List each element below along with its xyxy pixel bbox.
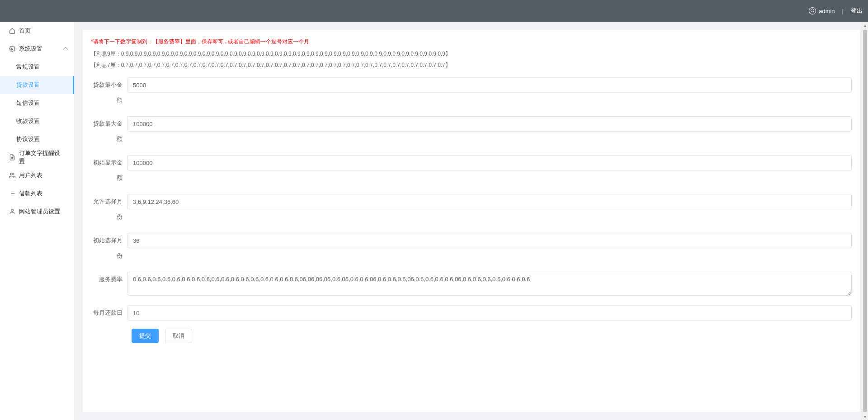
service-rate-textarea[interactable]: 0.6,0.6,0.6,0.6,0.6,0.6,0.6,0.6,0.6,0.6,… — [127, 272, 852, 296]
sidebar-item-loan-list[interactable]: 借款列表 — [0, 184, 74, 203]
sidebar-item-label: 贷款设置 — [16, 81, 40, 89]
rate9-label: 【利息9厘： — [91, 51, 121, 57]
form-row-repay-day: 每月还款日 — [91, 305, 852, 321]
logout-link[interactable]: 登出 — [851, 7, 863, 15]
home-icon — [9, 28, 15, 34]
header-username: admin — [819, 8, 835, 14]
sidebar-item-label: 协议设置 — [16, 135, 40, 143]
sidebar-item-label: 常规设置 — [16, 63, 40, 71]
sidebar-submenu-system-settings[interactable]: 系统设置 — [0, 40, 74, 58]
form-row-initial-amount: 初始显示金额 — [91, 155, 852, 186]
sidebar-item-label: 短信设置 — [16, 99, 40, 107]
svg-point-0 — [11, 48, 13, 50]
scroll-up-arrow-icon[interactable]: ▴ — [862, 22, 868, 29]
vertical-scrollbar[interactable]: ▴ ▾ — [862, 22, 868, 420]
sidebar-item-order-text-reminder[interactable]: 订单文字提醒设置 — [0, 148, 74, 166]
rate9-line: 【利息9厘：0.9,0.9,0.9,0.9,0.9,0.9,0.9,0.9,0.… — [91, 50, 852, 58]
sidebar-item-payment[interactable]: 收款设置 — [0, 112, 74, 130]
sidebar-submenu-items: 常规设置 贷款设置 短信设置 收款设置 协议设置 — [0, 58, 74, 148]
content-area: *请将下一下数字复制到：【服务费率】里面，保存即可...或者自己编辑一个逗号对应… — [75, 22, 868, 420]
form-row-min-amount: 贷款最小金额 — [91, 77, 852, 108]
settings-panel: *请将下一下数字复制到：【服务费率】里面，保存即可...或者自己编辑一个逗号对应… — [83, 30, 860, 412]
initial-months-input[interactable] — [127, 233, 852, 248]
sidebar-item-user-list[interactable]: 用户列表 — [0, 166, 74, 184]
scrollbar-thumb[interactable] — [863, 30, 867, 412]
rate7-line: 【利息7厘：0.7,0.7,0.7,0.7,0.7,0.7,0.7,0.7,0.… — [91, 61, 852, 69]
loan-settings-form: 贷款最小金额 贷款最大金额 初始显示金额 — [91, 77, 852, 343]
sidebar-item-admin-settings[interactable]: 网站管理员设置 — [0, 203, 74, 221]
form-row-allowed-months: 允许选择月份 — [91, 194, 852, 225]
initial-months-label: 初始选择月份 — [91, 233, 127, 264]
notice-text: *请将下一下数字复制到：【服务费率】里面，保存即可...或者自己编辑一个逗号对应… — [91, 38, 852, 46]
repay-day-label: 每月还款日 — [91, 305, 127, 321]
sidebar-item-label: 系统设置 — [19, 45, 42, 53]
app-header: admin | 登出 — [0, 0, 868, 22]
form-row-max-amount: 贷款最大金额 — [91, 116, 852, 147]
sidebar-item-label: 网站管理员设置 — [19, 208, 60, 216]
chevron-up-icon — [63, 47, 68, 52]
svg-point-10 — [11, 209, 14, 212]
min-amount-label: 贷款最小金额 — [91, 77, 127, 108]
max-amount-input[interactable] — [127, 116, 852, 132]
svg-point-3 — [10, 173, 13, 175]
initial-amount-label: 初始显示金额 — [91, 155, 127, 186]
avatar-icon — [809, 7, 816, 14]
gear-icon — [9, 46, 15, 52]
repay-day-input[interactable] — [127, 305, 852, 321]
sidebar-item-loan[interactable]: 贷款设置 — [0, 76, 74, 94]
form-buttons: 提交 取消 — [91, 329, 852, 343]
min-amount-input[interactable] — [127, 77, 852, 93]
sidebar-item-label: 收款设置 — [16, 117, 40, 125]
sidebar-item-general[interactable]: 常规设置 — [0, 58, 74, 76]
sidebar-item-sms[interactable]: 短信设置 — [0, 94, 74, 112]
sidebar-item-home[interactable]: 首页 — [0, 22, 74, 40]
sidebar-item-label: 用户列表 — [19, 171, 42, 179]
allowed-months-label: 允许选择月份 — [91, 194, 127, 225]
list-icon — [9, 190, 15, 197]
form-row-service-rate: 服务费率 0.6,0.6,0.6,0.6,0.6,0.6,0.6,0.6,0.6… — [91, 272, 852, 297]
header-separator: | — [842, 8, 844, 14]
rate7-suffix: 】 — [445, 62, 451, 68]
form-row-initial-months: 初始选择月份 — [91, 233, 852, 264]
sidebar-item-label: 订单文字提醒设置 — [19, 149, 65, 165]
sidebar: 首页 系统设置 常规设置 贷款设置 短信设置 收款设置 协议设置 — [0, 22, 75, 420]
max-amount-label: 贷款最大金额 — [91, 116, 127, 147]
user-icon — [9, 208, 15, 215]
sidebar-item-label: 借款列表 — [19, 189, 42, 198]
rate9-value: 0.9,0.9,0.9,0.9,0.9,0.9,0.9,0.9,0.9,0.9,… — [121, 51, 445, 57]
sidebar-item-agreement[interactable]: 协议设置 — [0, 130, 74, 148]
submit-button[interactable]: 提交 — [132, 329, 159, 343]
service-rate-label: 服务费率 — [91, 272, 127, 287]
allowed-months-input[interactable] — [127, 194, 852, 209]
rate7-value: 0.7,0.7,0.7,0.7,0.7,0.7,0.7,0.7,0.7,0.7,… — [121, 62, 445, 68]
cancel-button[interactable]: 取消 — [165, 329, 192, 343]
scroll-down-arrow-icon[interactable]: ▾ — [862, 413, 868, 420]
document-icon — [9, 154, 15, 160]
users-icon — [9, 172, 15, 179]
initial-amount-input[interactable] — [127, 155, 852, 170]
rate7-label: 【利息7厘： — [91, 62, 121, 68]
rate9-suffix: 】 — [445, 51, 451, 57]
header-user-area: admin | 登出 — [809, 7, 863, 15]
sidebar-item-label: 首页 — [19, 27, 31, 35]
